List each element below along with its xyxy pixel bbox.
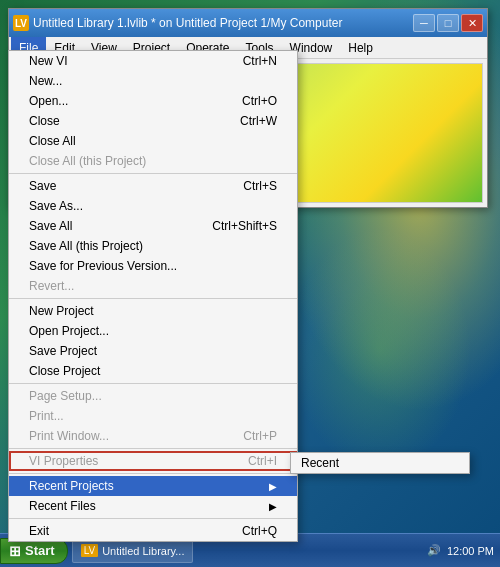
menu-close-all-label: Close All xyxy=(29,134,76,148)
recent-files-arrow-icon: ▶ xyxy=(269,501,277,512)
menu-vi-properties-shortcut: Ctrl+I xyxy=(248,454,277,468)
menu-new-vi-shortcut: Ctrl+N xyxy=(243,54,277,68)
menu-save-shortcut: Ctrl+S xyxy=(243,179,277,193)
menu-open[interactable]: Open... Ctrl+O xyxy=(9,91,297,111)
maximize-button[interactable]: □ xyxy=(437,14,459,32)
menu-save-previous[interactable]: Save for Previous Version... xyxy=(9,256,297,276)
close-button[interactable]: ✕ xyxy=(461,14,483,32)
taskbar-program-lv[interactable]: LV Untitled Library... xyxy=(72,539,194,563)
menu-revert-label: Revert... xyxy=(29,279,74,293)
menu-close-all[interactable]: Close All xyxy=(9,131,297,151)
menu-save-all-shortcut: Ctrl+Shift+S xyxy=(212,219,277,233)
menu-recent-files[interactable]: Recent Files ▶ xyxy=(9,496,297,516)
menu-print-window: Print Window... Ctrl+P xyxy=(9,426,297,446)
menu-new-vi-label: New VI xyxy=(29,54,68,68)
submenu-recent-label: Recent xyxy=(301,456,339,470)
menu-save[interactable]: Save Ctrl+S xyxy=(9,176,297,196)
menu-close[interactable]: Close Ctrl+W xyxy=(9,111,297,131)
menu-save-label: Save xyxy=(29,179,56,193)
separator-4 xyxy=(9,448,297,449)
menu-page-setup: Page Setup... xyxy=(9,386,297,406)
menu-print-window-shortcut: Ctrl+P xyxy=(243,429,277,443)
menu-print: Print... xyxy=(9,406,297,426)
menu-save-project-label: Save Project xyxy=(29,344,97,358)
menu-exit[interactable]: Exit Ctrl+Q xyxy=(9,521,297,541)
menu-vi-properties[interactable]: VI Properties Ctrl+I xyxy=(9,451,297,471)
separator-3 xyxy=(9,383,297,384)
window-title: Untitled Library 1.lvlib * on Untitled P… xyxy=(33,16,413,30)
menu-exit-shortcut: Ctrl+Q xyxy=(242,524,277,538)
minimize-button[interactable]: ─ xyxy=(413,14,435,32)
start-label: Start xyxy=(25,543,55,558)
menu-close-shortcut: Ctrl+W xyxy=(240,114,277,128)
menu-new-project-label: New Project xyxy=(29,304,94,318)
taskbar-programs-area: LV Untitled Library... xyxy=(68,539,421,563)
recent-projects-submenu: Recent xyxy=(290,452,470,474)
menu-save-as[interactable]: Save As... xyxy=(9,196,297,216)
menu-revert: Revert... xyxy=(9,276,297,296)
menu-open-shortcut: Ctrl+O xyxy=(242,94,277,108)
menu-new-label: New... xyxy=(29,74,62,88)
menu-page-setup-label: Page Setup... xyxy=(29,389,102,403)
clock: 12:00 PM xyxy=(447,545,494,557)
menu-print-window-label: Print Window... xyxy=(29,429,109,443)
menu-save-all-project-label: Save All (this Project) xyxy=(29,239,143,253)
menu-open-label: Open... xyxy=(29,94,68,108)
menu-print-label: Print... xyxy=(29,409,64,423)
menu-close-project[interactable]: Close Project xyxy=(9,361,297,381)
submenu-recent-item[interactable]: Recent xyxy=(291,453,469,473)
separator-1 xyxy=(9,173,297,174)
menu-open-project[interactable]: Open Project... xyxy=(9,321,297,341)
menu-new-vi[interactable]: New VI Ctrl+N xyxy=(9,51,297,71)
menu-save-all-project[interactable]: Save All (this Project) xyxy=(9,236,297,256)
menu-save-project[interactable]: Save Project xyxy=(9,341,297,361)
menu-vi-properties-label: VI Properties xyxy=(29,454,98,468)
recent-projects-arrow-icon: ▶ xyxy=(269,481,277,492)
system-tray-icon: 🔊 xyxy=(427,544,441,557)
menu-recent-files-label: Recent Files xyxy=(29,499,96,513)
titlebar: LV Untitled Library 1.lvlib * on Untitle… xyxy=(9,9,487,37)
taskbar-program-icon: LV xyxy=(81,544,99,557)
menu-open-project-label: Open Project... xyxy=(29,324,109,338)
menu-recent-projects[interactable]: Recent Projects ▶ xyxy=(9,476,297,496)
separator-2 xyxy=(9,298,297,299)
menu-new-project[interactable]: New Project xyxy=(9,301,297,321)
menu-save-previous-label: Save for Previous Version... xyxy=(29,259,177,273)
taskbar-program-label: Untitled Library... xyxy=(102,545,184,557)
menu-close-all-project-label: Close All (this Project) xyxy=(29,154,146,168)
menu-exit-label: Exit xyxy=(29,524,49,538)
menu-recent-projects-label: Recent Projects xyxy=(29,479,114,493)
menu-help[interactable]: Help xyxy=(340,37,381,58)
separator-5 xyxy=(9,473,297,474)
menu-close-all-project: Close All (this Project) xyxy=(9,151,297,171)
menu-close-label: Close xyxy=(29,114,60,128)
file-dropdown-menu: New VI Ctrl+N New... Open... Ctrl+O Clos… xyxy=(8,50,298,542)
windows-logo-icon: ⊞ xyxy=(9,543,21,559)
separator-6 xyxy=(9,518,297,519)
menu-save-all-label: Save All xyxy=(29,219,72,233)
menu-save-all[interactable]: Save All Ctrl+Shift+S xyxy=(9,216,297,236)
titlebar-buttons: ─ □ ✕ xyxy=(413,14,483,32)
taskbar-right-area: 🔊 12:00 PM xyxy=(421,544,500,557)
menu-save-as-label: Save As... xyxy=(29,199,83,213)
menu-close-project-label: Close Project xyxy=(29,364,100,378)
app-icon: LV xyxy=(13,15,29,31)
menu-new[interactable]: New... xyxy=(9,71,297,91)
